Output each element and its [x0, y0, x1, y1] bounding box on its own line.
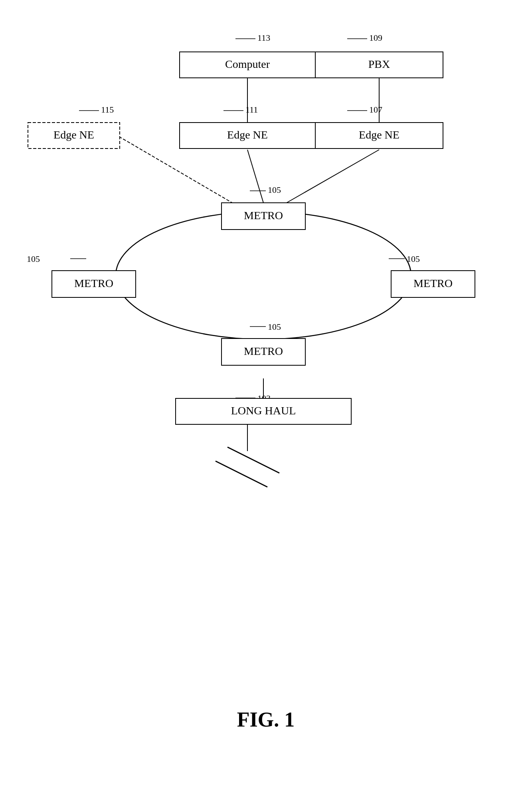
ref-115: 115 — [101, 105, 114, 115]
computer-label: Computer — [225, 58, 270, 70]
metro-left-label: METRO — [74, 277, 113, 289]
ref-105-top: 105 — [268, 185, 281, 195]
ground-slash-1 — [227, 447, 279, 473]
conn-edgeNE-right-metro-top — [287, 150, 379, 203]
figure-label: FIG. 1 — [237, 708, 295, 731]
conn-edgeNE-metro-top — [247, 150, 263, 203]
metro-right-label: METRO — [413, 277, 453, 289]
edgeNE-dashed-label: Edge NE — [53, 129, 94, 141]
longhaul-label: LONG HAUL — [231, 404, 296, 417]
ref-105-right: 105 — [407, 254, 420, 264]
metro-top-label: METRO — [244, 209, 283, 222]
ref-109: 109 — [369, 33, 382, 43]
pbx-label: PBX — [368, 58, 390, 70]
diagram-container: 113 109 115 111 107 105 105 105 105 103 — [0, 0, 532, 794]
edgeNE-right-label: Edge NE — [359, 129, 399, 141]
ref-105-bottom: 105 — [268, 322, 281, 332]
ground-slash-2 — [216, 461, 267, 487]
ref-105-left: 105 — [27, 254, 40, 264]
ref-113: 113 — [257, 33, 270, 43]
edgeNE-center-label: Edge NE — [227, 129, 268, 141]
ref-107: 107 — [369, 105, 382, 115]
metro-bottom-label: METRO — [244, 345, 283, 357]
metro-ring — [116, 212, 411, 339]
